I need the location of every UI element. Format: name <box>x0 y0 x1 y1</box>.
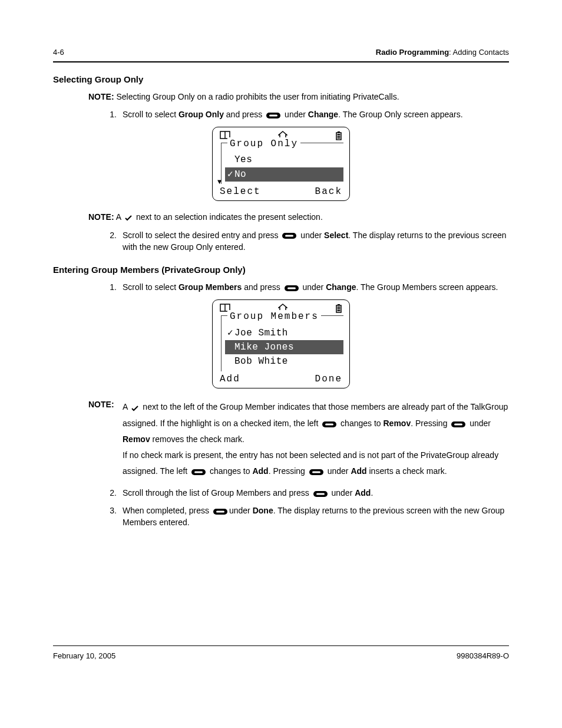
list-number: 2. <box>103 487 117 499</box>
svg-rect-18 <box>338 304 340 305</box>
list-number: 3. <box>103 505 117 529</box>
step-1-group-members: 1. Scroll to select Group Members and pr… <box>103 282 509 294</box>
text-bold: Add <box>252 466 268 476</box>
softkey-icon <box>191 464 206 480</box>
text: next to the left of the Group Member ind… <box>123 402 508 428</box>
lcd-softkeys: Select Back <box>216 184 346 198</box>
svg-rect-1 <box>269 114 277 116</box>
text: under <box>467 419 491 428</box>
down-arrow-icon: ▼ <box>217 179 222 185</box>
step-3-group-members: 3. When completed, press under Done. The… <box>103 505 509 529</box>
text: under <box>229 506 253 515</box>
svg-rect-9 <box>338 137 340 139</box>
text-bold: Add <box>355 488 371 498</box>
svg-rect-8 <box>338 136 340 137</box>
lcd-item-bob: Bob White <box>225 354 343 368</box>
check-icon <box>124 212 133 224</box>
lcd-item-joe: Joe Smith <box>225 326 343 340</box>
heading-selecting-group-only: Selecting Group Only <box>53 73 509 85</box>
note-checkmark-selection: NOTE: A next to an selection indicates t… <box>88 212 509 223</box>
text: under <box>282 110 308 119</box>
text: and press <box>242 282 282 292</box>
text: A <box>116 212 123 222</box>
footer-rule <box>53 645 509 646</box>
softkey-icon <box>313 488 328 500</box>
text: removes the check mark. <box>150 434 244 444</box>
softkey-icon <box>282 230 297 242</box>
text: Scroll to select the desired entry and p… <box>123 230 280 240</box>
note-label: NOTE: <box>88 212 114 222</box>
text-bold: Group Members <box>178 282 242 292</box>
lcd-title: Group Only <box>227 137 300 150</box>
text: and press <box>224 110 265 119</box>
text-bold: Remov <box>383 419 411 428</box>
lcd-title: Group Members <box>227 310 321 323</box>
svg-rect-7 <box>338 134 340 135</box>
note-label: NOTE: <box>88 92 114 101</box>
svg-rect-19 <box>338 307 340 308</box>
text: under <box>329 488 355 498</box>
note-group-only: NOTE: Selecting Group Only on a radio pr… <box>88 91 509 103</box>
list-body: Scroll to select Group Only and press un… <box>123 109 509 121</box>
text: Scroll through the list of Group Members… <box>123 488 312 498</box>
header-rule <box>53 61 509 62</box>
lcd-softkeys: Add Done <box>216 371 346 386</box>
note-label: NOTE: <box>88 399 123 479</box>
page-header: 4-6 Radio Programming: Adding Contacts <box>53 47 509 58</box>
text: . <box>371 488 373 498</box>
page-footer: February 10, 2005 9980384R89-O <box>53 651 509 661</box>
svg-rect-11 <box>285 235 293 237</box>
text: changes to <box>338 419 383 428</box>
lcd-item-yes: Yes <box>225 153 343 167</box>
softkey-right: Back <box>315 185 342 198</box>
battery-icon <box>335 131 342 140</box>
svg-rect-21 <box>338 310 340 311</box>
list-body: Scroll through the list of Group Members… <box>123 487 509 499</box>
note-text: A next to the left of the Group Member i… <box>123 399 509 479</box>
text: . Pressing <box>411 419 449 428</box>
footer-docnum: 9980384R89-O <box>457 651 509 661</box>
note-text: Selecting Group Only on a radio prohibit… <box>116 92 399 101</box>
softkey-left: Select <box>220 185 261 198</box>
svg-rect-27 <box>194 471 203 473</box>
svg-rect-13 <box>287 288 296 289</box>
svg-rect-31 <box>316 493 325 495</box>
softkey-icon <box>213 506 228 518</box>
check-icon <box>131 400 139 416</box>
page-number: 4-6 <box>53 47 64 58</box>
svg-rect-25 <box>454 424 462 426</box>
text: A <box>123 402 130 411</box>
heading-entering-group-members: Entering Group Members (PrivateGroup Onl… <box>53 263 509 276</box>
list-number: 1. <box>103 282 117 294</box>
lcd-frame: Group Members Joe Smith Mike Jones Bob W… <box>221 315 343 371</box>
text-bold: Done <box>253 506 273 515</box>
svg-rect-6 <box>338 131 340 133</box>
header-section: Radio Programming: Adding Contacts <box>376 47 509 58</box>
text: . Pressing <box>269 466 308 476</box>
softkey-icon <box>309 464 324 480</box>
step-2-group-only: 2. Scroll to select the desired entry an… <box>103 230 509 253</box>
footer-date: February 10, 2005 <box>53 651 115 661</box>
list-body: Scroll to select the desired entry and p… <box>123 230 509 253</box>
softkey-left: Add <box>220 373 240 386</box>
text: . The Group Members screen appears. <box>356 282 498 292</box>
svg-rect-20 <box>338 308 340 309</box>
text-bold: Change <box>308 110 338 119</box>
lcd-group-members: Group Members Joe Smith Mike Jones Bob W… <box>212 299 350 388</box>
lcd-items: Joe Smith Mike Jones Bob White <box>222 326 343 371</box>
text: changes to <box>207 466 252 476</box>
text: When completed, press <box>123 506 211 515</box>
header-section-sub: : Adding Contacts <box>449 48 509 57</box>
lcd-frame: Group Only Yes No ▼ <box>221 143 343 184</box>
text-bold: Group Only <box>178 110 224 119</box>
svg-rect-29 <box>312 471 320 473</box>
svg-rect-23 <box>325 424 333 426</box>
step-2-group-members: 2. Scroll through the list of Group Memb… <box>103 487 509 499</box>
text-bold: Remov <box>123 434 150 444</box>
text: inserts a check mark. <box>367 466 447 476</box>
header-section-title: Radio Programming <box>376 48 449 57</box>
text: . The Group Only screen appears. <box>338 110 462 119</box>
battery-icon <box>335 304 342 313</box>
softkey-right: Done <box>315 373 342 386</box>
text: next to an selection indicates the prese… <box>134 212 323 222</box>
